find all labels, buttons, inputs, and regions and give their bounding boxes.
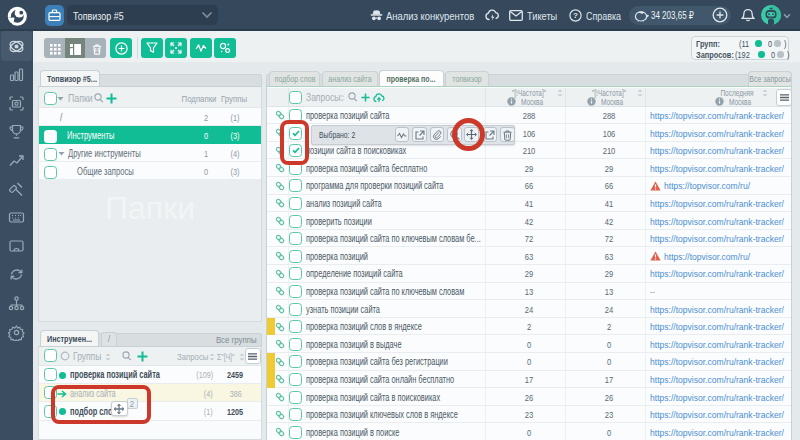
svg-text:?: ? [573, 11, 578, 20]
